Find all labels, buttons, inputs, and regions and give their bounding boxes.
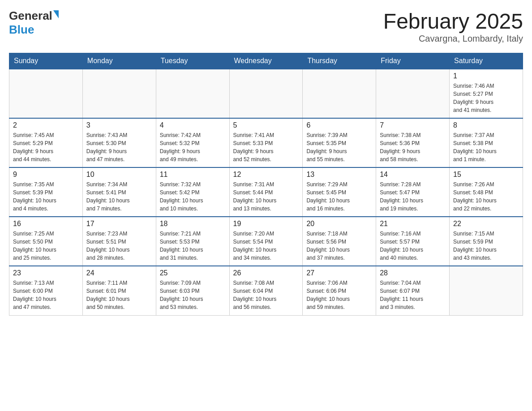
calendar-subtitle: Cavargna, Lombardy, Italy — [383, 34, 523, 44]
day-number: 16 — [13, 220, 79, 228]
day-info: Sunrise: 7:28 AM Sunset: 5:47 PM Dayligh… — [380, 180, 446, 213]
calendar-cell: 20Sunrise: 7:18 AM Sunset: 5:56 PM Dayli… — [303, 217, 376, 266]
calendar-cell: 19Sunrise: 7:20 AM Sunset: 5:54 PM Dayli… — [229, 217, 303, 266]
calendar-cell: 23Sunrise: 7:13 AM Sunset: 6:00 PM Dayli… — [9, 266, 83, 315]
day-of-week-header: Saturday — [450, 53, 523, 69]
calendar-cell: 9Sunrise: 7:35 AM Sunset: 5:39 PM Daylig… — [9, 167, 83, 217]
calendar-week-row: 23Sunrise: 7:13 AM Sunset: 6:00 PM Dayli… — [9, 266, 523, 315]
day-of-week-header: Monday — [82, 53, 156, 69]
day-number: 25 — [160, 269, 226, 277]
calendar-cell: 11Sunrise: 7:32 AM Sunset: 5:42 PM Dayli… — [156, 167, 229, 217]
day-info: Sunrise: 7:41 AM Sunset: 5:33 PM Dayligh… — [233, 131, 299, 163]
day-info: Sunrise: 7:16 AM Sunset: 5:57 PM Dayligh… — [380, 230, 446, 262]
day-number: 3 — [86, 121, 152, 129]
day-info: Sunrise: 7:13 AM Sunset: 6:00 PM Dayligh… — [13, 279, 79, 311]
day-number: 14 — [380, 171, 446, 179]
day-of-week-header: Friday — [376, 53, 450, 69]
calendar-cell: 25Sunrise: 7:09 AM Sunset: 6:03 PM Dayli… — [156, 266, 229, 315]
calendar-cell: 27Sunrise: 7:06 AM Sunset: 6:06 PM Dayli… — [303, 266, 376, 315]
calendar-cell: 15Sunrise: 7:26 AM Sunset: 5:48 PM Dayli… — [450, 167, 523, 217]
day-info: Sunrise: 7:38 AM Sunset: 5:36 PM Dayligh… — [380, 131, 446, 163]
day-info: Sunrise: 7:20 AM Sunset: 5:54 PM Dayligh… — [233, 230, 299, 262]
calendar-cell — [376, 69, 450, 118]
calendar-cell: 6Sunrise: 7:39 AM Sunset: 5:35 PM Daylig… — [303, 118, 376, 167]
calendar-week-row: 16Sunrise: 7:25 AM Sunset: 5:50 PM Dayli… — [9, 217, 523, 266]
day-info: Sunrise: 7:26 AM Sunset: 5:48 PM Dayligh… — [453, 180, 519, 213]
day-info: Sunrise: 7:32 AM Sunset: 5:42 PM Dayligh… — [160, 180, 226, 213]
day-number: 21 — [380, 220, 446, 228]
day-number: 17 — [86, 220, 152, 228]
calendar-cell: 5Sunrise: 7:41 AM Sunset: 5:33 PM Daylig… — [229, 118, 303, 167]
calendar-cell: 14Sunrise: 7:28 AM Sunset: 5:47 PM Dayli… — [376, 167, 450, 217]
day-info: Sunrise: 7:11 AM Sunset: 6:01 PM Dayligh… — [86, 279, 152, 311]
day-number: 11 — [160, 171, 226, 179]
day-number: 9 — [13, 171, 79, 179]
day-number: 8 — [453, 121, 519, 129]
day-of-week-header: Thursday — [303, 53, 376, 69]
day-of-week-header: Wednesday — [229, 53, 303, 69]
day-info: Sunrise: 7:09 AM Sunset: 6:03 PM Dayligh… — [160, 279, 226, 311]
calendar-cell: 24Sunrise: 7:11 AM Sunset: 6:01 PM Dayli… — [82, 266, 156, 315]
calendar-week-row: 1Sunrise: 7:46 AM Sunset: 5:27 PM Daylig… — [9, 69, 523, 118]
calendar-table: SundayMondayTuesdayWednesdayThursdayFrid… — [9, 53, 523, 316]
day-info: Sunrise: 7:39 AM Sunset: 5:35 PM Dayligh… — [306, 131, 372, 163]
calendar-cell — [303, 69, 376, 118]
day-number: 22 — [453, 220, 519, 228]
day-number: 2 — [13, 121, 79, 129]
title-block: February 2025 Cavargna, Lombardy, Italy — [383, 9, 523, 44]
calendar-week-row: 2Sunrise: 7:45 AM Sunset: 5:29 PM Daylig… — [9, 118, 523, 167]
logo-blue: Blue — [9, 23, 34, 36]
day-of-week-header: Sunday — [9, 53, 83, 69]
day-number: 24 — [86, 269, 152, 277]
day-info: Sunrise: 7:21 AM Sunset: 5:53 PM Dayligh… — [160, 230, 226, 262]
calendar-cell: 21Sunrise: 7:16 AM Sunset: 5:57 PM Dayli… — [376, 217, 450, 266]
day-number: 13 — [306, 171, 372, 179]
logo-general: General — [9, 9, 52, 23]
calendar-header-row: SundayMondayTuesdayWednesdayThursdayFrid… — [9, 53, 523, 69]
day-number: 19 — [233, 220, 299, 228]
day-number: 27 — [306, 269, 372, 277]
calendar-cell — [82, 69, 156, 118]
day-number: 1 — [453, 72, 519, 80]
calendar-cell: 13Sunrise: 7:29 AM Sunset: 5:45 PM Dayli… — [303, 167, 376, 217]
calendar-cell — [9, 69, 83, 118]
day-info: Sunrise: 7:46 AM Sunset: 5:27 PM Dayligh… — [453, 82, 519, 114]
day-info: Sunrise: 7:15 AM Sunset: 5:59 PM Dayligh… — [453, 230, 519, 262]
day-info: Sunrise: 7:31 AM Sunset: 5:44 PM Dayligh… — [233, 180, 299, 213]
calendar-cell: 2Sunrise: 7:45 AM Sunset: 5:29 PM Daylig… — [9, 118, 83, 167]
calendar-cell: 12Sunrise: 7:31 AM Sunset: 5:44 PM Dayli… — [229, 167, 303, 217]
calendar-cell: 16Sunrise: 7:25 AM Sunset: 5:50 PM Dayli… — [9, 217, 83, 266]
day-info: Sunrise: 7:29 AM Sunset: 5:45 PM Dayligh… — [306, 180, 372, 213]
day-info: Sunrise: 7:35 AM Sunset: 5:39 PM Dayligh… — [13, 180, 79, 213]
day-info: Sunrise: 7:04 AM Sunset: 6:07 PM Dayligh… — [380, 279, 446, 311]
calendar-cell: 26Sunrise: 7:08 AM Sunset: 6:04 PM Dayli… — [229, 266, 303, 315]
day-number: 23 — [13, 269, 79, 277]
day-number: 12 — [233, 171, 299, 179]
day-number: 15 — [453, 171, 519, 179]
calendar-cell: 10Sunrise: 7:34 AM Sunset: 5:41 PM Dayli… — [82, 167, 156, 217]
logo-triangle-icon — [53, 10, 59, 18]
day-info: Sunrise: 7:06 AM Sunset: 6:06 PM Dayligh… — [306, 279, 372, 311]
calendar-cell — [450, 266, 523, 315]
day-info: Sunrise: 7:18 AM Sunset: 5:56 PM Dayligh… — [306, 230, 372, 262]
calendar-cell — [229, 69, 303, 118]
calendar-cell: 7Sunrise: 7:38 AM Sunset: 5:36 PM Daylig… — [376, 118, 450, 167]
calendar-cell: 28Sunrise: 7:04 AM Sunset: 6:07 PM Dayli… — [376, 266, 450, 315]
day-of-week-header: Tuesday — [156, 53, 229, 69]
day-info: Sunrise: 7:23 AM Sunset: 5:51 PM Dayligh… — [86, 230, 152, 262]
day-number: 28 — [380, 269, 446, 277]
day-number: 10 — [86, 171, 152, 179]
calendar-cell: 18Sunrise: 7:21 AM Sunset: 5:53 PM Dayli… — [156, 217, 229, 266]
calendar-cell: 3Sunrise: 7:43 AM Sunset: 5:30 PM Daylig… — [82, 118, 156, 167]
day-info: Sunrise: 7:34 AM Sunset: 5:41 PM Dayligh… — [86, 180, 152, 213]
page-header: General Blue February 2025 Cavargna, Lom… — [9, 9, 523, 44]
day-info: Sunrise: 7:37 AM Sunset: 5:38 PM Dayligh… — [453, 131, 519, 163]
calendar-cell: 22Sunrise: 7:15 AM Sunset: 5:59 PM Dayli… — [450, 217, 523, 266]
calendar-cell — [156, 69, 229, 118]
day-info: Sunrise: 7:25 AM Sunset: 5:50 PM Dayligh… — [13, 230, 79, 262]
logo: General Blue — [9, 9, 59, 37]
day-info: Sunrise: 7:08 AM Sunset: 6:04 PM Dayligh… — [233, 279, 299, 311]
day-info: Sunrise: 7:45 AM Sunset: 5:29 PM Dayligh… — [13, 131, 79, 163]
day-number: 5 — [233, 121, 299, 129]
calendar-cell: 1Sunrise: 7:46 AM Sunset: 5:27 PM Daylig… — [450, 69, 523, 118]
